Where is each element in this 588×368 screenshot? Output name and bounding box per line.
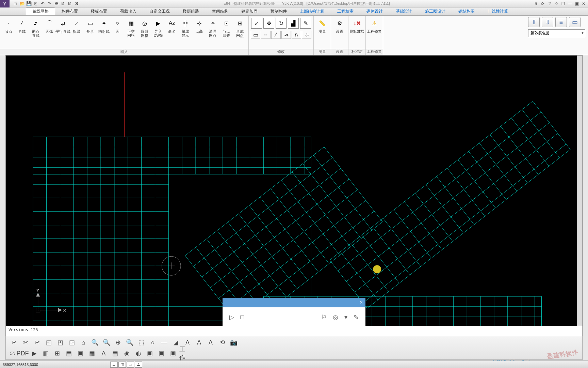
help1-icon[interactable]: ↯ <box>533 1 539 6</box>
ribbon-btn-直线[interactable]: ⁄直线 <box>16 17 29 33</box>
tab-构件布置[interactable]: 构件布置 <box>55 7 84 15</box>
qat-new-icon[interactable]: 🗋 <box>12 1 18 7</box>
tab-上部结构计算[interactable]: 上部结构计算 <box>293 7 331 15</box>
snap-toggle-1[interactable]: ◫ <box>118 362 126 368</box>
bottom-btn-r2-2[interactable]: ▶ <box>29 348 40 358</box>
bottom-btn-r2-6[interactable]: ▣ <box>75 348 86 358</box>
ribbon-btn-节点归并[interactable]: ⊡节点 归并 <box>220 17 233 37</box>
floor-stack-button[interactable]: ≡ <box>555 17 567 27</box>
floatbar-btn-3[interactable]: ◎ <box>333 313 338 321</box>
floor-up-button[interactable]: ⇧ <box>528 17 540 27</box>
bottom-btn-r2-8[interactable]: A <box>98 348 109 358</box>
bottom-btn-r2-12[interactable]: ▣ <box>145 348 156 358</box>
ribbon-btn-点高[interactable]: ⊹点高 <box>193 17 206 33</box>
bottom-btn-r2-7[interactable]: ▦ <box>87 348 98 358</box>
floatbar-btn-1[interactable]: □ <box>240 314 244 321</box>
ribbon-btn-平行直线[interactable]: ⇄平行直线 <box>56 17 69 33</box>
modify-btn[interactable]: ▟ <box>288 17 299 29</box>
modify-btn[interactable]: ✥ <box>263 17 275 29</box>
bottom-btn-r2-14[interactable]: ▣ <box>168 348 179 358</box>
tab-空间结构[interactable]: 空间结构 <box>206 7 235 15</box>
qat-export-icon[interactable]: ⎘ <box>33 1 39 7</box>
qat-close-icon[interactable]: ✖ <box>74 1 80 7</box>
bottom-btn-r1-9[interactable]: ⊕ <box>113 337 124 348</box>
tab-楼板布置[interactable]: 楼板布置 <box>84 7 114 15</box>
bottom-btn-r1-13[interactable]: — <box>159 337 170 348</box>
ribbon-btn-圆[interactable]: ○圆 <box>111 17 124 33</box>
bottom-btn-r1-12[interactable]: ○ <box>147 337 158 348</box>
star-icon[interactable]: ☆ <box>553 1 559 6</box>
modify-small-btn[interactable]: ⎌ <box>292 30 301 39</box>
drawing-canvas[interactable]: XY <box>5 55 583 334</box>
bottom-btn-r2-9[interactable]: ▤ <box>110 348 121 358</box>
tab-自定义工况[interactable]: 自定义工况 <box>143 7 176 15</box>
ribbon-btn-节点[interactable]: ·节点 <box>2 17 15 33</box>
bottom-btn-r1-10[interactable]: 🔍 <box>124 337 135 348</box>
bottom-btn-r2-3[interactable]: ▥ <box>40 348 51 358</box>
modify-small-btn[interactable]: ↛ <box>281 30 291 39</box>
bottom-btn-r1-2[interactable]: ✂ <box>32 337 43 348</box>
help3-icon[interactable]: ? <box>546 1 553 6</box>
bottom-btn-r2-1[interactable]: PDF <box>17 348 28 358</box>
tab-非线性计算[interactable]: 非线性计算 <box>481 7 514 15</box>
qat-doc2-icon[interactable]: 🗎 <box>67 1 73 7</box>
ribbon-btn-矩形[interactable]: ▭矩形 <box>84 17 97 33</box>
settings-button[interactable]: ⚙设置 <box>333 17 346 33</box>
modify-small-btn[interactable]: ▭ <box>251 30 260 39</box>
tab-基础设计[interactable]: 基础设计 <box>389 7 419 15</box>
bottom-btn-r1-0[interactable]: ✂ <box>9 337 19 348</box>
bottom-btn-r2-13[interactable]: ▣ <box>156 348 167 358</box>
floor-dropdown[interactable]: 第2标准层 <box>528 29 585 37</box>
delete-stdfloor-button[interactable]: ↓✖删标准层 <box>350 17 363 33</box>
snap-toggle-0[interactable]: ⊥ <box>110 362 118 368</box>
floatbar-btn-2[interactable]: ⚐ <box>321 313 327 321</box>
qat-save-icon[interactable]: 💾 <box>26 1 32 7</box>
tab-预制构件[interactable]: 预制构件 <box>264 7 293 15</box>
ribbon-btn-折线[interactable]: ⟋折线 <box>70 17 83 33</box>
bottom-btn-r1-6[interactable]: ⌂ <box>78 337 89 348</box>
bottom-btn-r2-11[interactable]: ◐ <box>133 348 144 358</box>
ribbon-btn-圆弧[interactable]: ⌒圆弧 <box>43 17 56 33</box>
bottom-btn-r1-19[interactable]: 📷 <box>228 337 239 348</box>
modify-small-btn[interactable]: ⁄ <box>271 30 281 39</box>
minimize-icon[interactable]: — <box>567 1 573 6</box>
ribbon-btn-辐射线[interactable]: ✦辐射线 <box>97 17 110 33</box>
modify-btn[interactable]: ↻ <box>275 17 287 29</box>
bottom-btn-r2-4[interactable]: ⊞ <box>52 348 63 358</box>
measure-button[interactable]: 📏测量 <box>316 17 329 33</box>
repair-button[interactable]: ⚠工程修复 <box>368 17 381 33</box>
tab-轴线网格[interactable]: 轴线网格 <box>26 7 55 15</box>
help2-icon[interactable]: ⟳ <box>540 1 546 6</box>
snap-toggle-2[interactable]: ▭ <box>127 362 134 368</box>
bottom-btn-r1-16[interactable]: A <box>194 337 205 348</box>
bottom-btn-r1-1[interactable]: ✂ <box>20 337 31 348</box>
qat-open-icon[interactable]: 📂 <box>19 1 25 7</box>
bottom-btn-r2-15[interactable]: 工作 <box>179 348 190 358</box>
bottom-btn-r1-8[interactable]: 🔍 <box>101 337 112 348</box>
bottom-btn-r1-18[interactable]: ⟲ <box>217 337 228 348</box>
bottom-btn-r1-4[interactable]: ◰ <box>55 337 66 348</box>
modify-small-btn[interactable]: ⊹ <box>302 30 311 39</box>
modify-small-btn[interactable]: ╌ <box>261 30 271 39</box>
qat-undo-icon[interactable]: ↶ <box>39 1 46 7</box>
qat-redo-icon[interactable]: ↷ <box>46 1 52 7</box>
vertical-scrollbar[interactable] <box>577 56 582 334</box>
floatbar-btn-5[interactable]: ✎ <box>354 313 359 321</box>
tab-钢结构图[interactable]: 钢结构图 <box>452 7 481 15</box>
tab-楼层组装[interactable]: 楼层组装 <box>176 7 206 15</box>
floor-down-button[interactable]: ⇩ <box>542 17 553 27</box>
close-icon[interactable]: ✕ <box>581 1 587 6</box>
ribbon-btn-命名[interactable]: Az命名 <box>165 17 178 33</box>
tab-鉴定加固[interactable]: 鉴定加固 <box>235 7 264 15</box>
floatbar-close-icon[interactable]: × <box>360 300 363 306</box>
ribbon-btn-轴线显示[interactable]: ╬轴线 显示 <box>179 17 192 37</box>
ribbon-btn-形成网点[interactable]: ⊞形成 网点 <box>233 17 246 37</box>
bottom-btn-r2-5[interactable]: ▤ <box>64 348 75 358</box>
qat-print-icon[interactable]: 🖶 <box>53 1 59 7</box>
ribbon-btn-圆弧网格[interactable]: ◶圆弧 网格 <box>138 17 151 37</box>
bottom-btn-r2-10[interactable]: ◉ <box>121 348 132 358</box>
tab-砌体设计[interactable]: 砌体设计 <box>360 7 389 15</box>
tab-工程校审[interactable]: 工程校审 <box>331 7 360 15</box>
modify-btn[interactable]: ⤢ <box>251 17 262 29</box>
bottom-btn-r1-17[interactable]: A <box>205 337 216 348</box>
